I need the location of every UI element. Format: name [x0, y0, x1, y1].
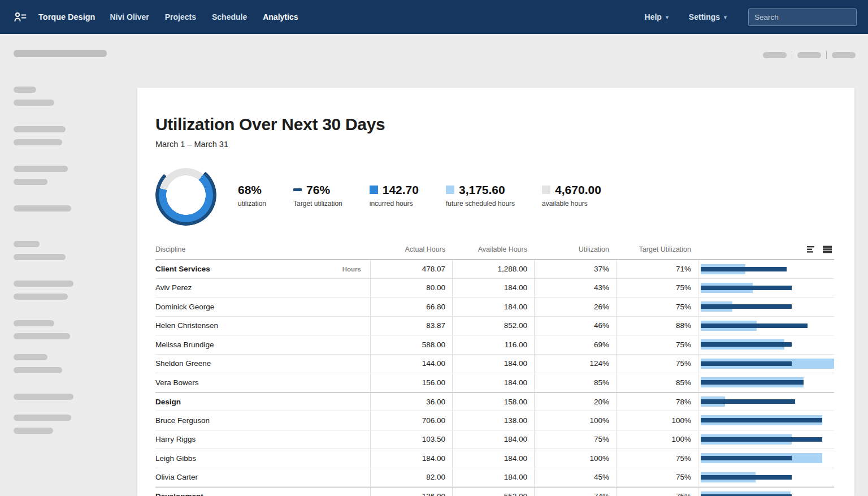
target-bar — [701, 380, 804, 385]
row-actual-hours: 103.50 — [370, 430, 452, 449]
row-name: Sheldon Greene — [155, 359, 211, 368]
table-row[interactable]: Leigh Gibbs 184.00 184.00 100% 75% — [155, 449, 834, 468]
list-view-icon[interactable] — [823, 245, 833, 253]
table-row[interactable]: Aviv Perez 80.00 184.00 43% 75% — [155, 279, 834, 298]
row-available-hours: 1,288.00 — [452, 260, 534, 278]
row-target-utilization: 75% — [616, 468, 698, 487]
bar-rows-view-icon[interactable] — [807, 245, 817, 253]
table-row[interactable]: Sheldon Greene 144.00 184.00 124% 75% — [155, 355, 834, 374]
nav-item-analytics[interactable]: Analytics — [255, 1, 306, 33]
col-target-utilization[interactable]: Target Utilization — [616, 245, 698, 253]
legend-label: Target utilization — [293, 200, 342, 208]
skeleton-bar — [14, 254, 66, 260]
target-bar — [701, 286, 792, 290]
row-name: Dominick George — [155, 303, 214, 311]
row-utilization: 20% — [534, 393, 616, 411]
row-utilization: 100% — [534, 411, 616, 430]
utilization-bar-track — [701, 282, 834, 294]
col-utilization[interactable]: Utilization — [534, 245, 616, 253]
row-target-utilization: 100% — [616, 411, 698, 430]
row-name: Development — [155, 492, 203, 496]
table-body: Client Services Hours 478.07 1,288.00 37… — [155, 260, 834, 496]
utilization-table: Discipline Actual Hours Available Hours … — [155, 239, 834, 496]
app-logo-icon[interactable] — [14, 10, 27, 24]
legend-item: 142.70 incurred hours — [370, 183, 419, 208]
target-bar — [701, 456, 792, 460]
legend-item: 4,670.00 available hours — [542, 183, 601, 208]
legend-item: 3,175.60 future scheduled hours — [446, 183, 515, 208]
row-utilization: 100% — [534, 449, 616, 468]
table-header: Discipline Actual Hours Available Hours … — [155, 239, 834, 260]
search-input[interactable] — [748, 8, 857, 26]
settings-menu[interactable]: Settings ▼ — [683, 8, 734, 26]
legend-value: 3,175.60 — [459, 183, 505, 197]
row-target-utilization: 75% — [616, 297, 698, 316]
utilization-bar-track — [701, 472, 834, 483]
skeleton-bar — [14, 87, 36, 93]
row-actual-hours: 156.00 — [370, 373, 452, 392]
summary-row: 68% utilization 76% Target utilization 1… — [155, 163, 834, 227]
legend-value: 4,670.00 — [555, 183, 601, 197]
skeleton-bar — [14, 50, 107, 57]
col-actual-hours[interactable]: Actual Hours — [370, 245, 452, 253]
row-name: Leigh Gibbs — [155, 454, 196, 463]
table-row[interactable]: Development 136.00 552.00 74% 75% — [155, 487, 834, 496]
row-available-hours: 184.00 — [452, 355, 534, 373]
row-name: Client Services — [155, 265, 210, 273]
utilization-bar-track — [701, 264, 834, 275]
row-target-utilization: 78% — [616, 393, 698, 411]
chevron-down-icon: ▼ — [723, 15, 728, 20]
skeleton-bar — [14, 394, 73, 400]
date-range: March 1 – March 31 — [155, 140, 834, 149]
table-row[interactable]: Dominick George 66.80 184.00 26% 75% — [155, 297, 834, 317]
row-utilization: 75% — [534, 430, 616, 449]
divider — [826, 51, 827, 59]
target-bar — [701, 475, 792, 480]
legend-value: 68% — [238, 183, 262, 197]
nav-item-schedule[interactable]: Schedule — [204, 1, 255, 33]
table-row[interactable]: Bruce Ferguson 706.00 138.00 100% 100% — [155, 411, 834, 430]
toolbar-placeholder — [763, 51, 856, 59]
row-available-hours: 138.00 — [452, 411, 534, 430]
utilization-bar-track — [701, 377, 834, 388]
col-discipline[interactable]: Discipline — [155, 245, 370, 253]
target-bar — [701, 437, 822, 442]
table-row[interactable]: Client Services Hours 478.07 1,288.00 37… — [155, 260, 834, 279]
table-row[interactable]: Design 36.00 158.00 20% 78% — [155, 393, 834, 412]
help-menu[interactable]: Help ▼ — [639, 8, 675, 26]
table-row[interactable]: Helen Christensen 83.87 852.00 46% 88% — [155, 317, 834, 336]
legend-label: available hours — [542, 200, 601, 208]
utilization-bar-track — [701, 415, 834, 426]
divider — [792, 51, 792, 59]
table-row[interactable]: Olivia Carter 82.00 184.00 45% 75% — [155, 468, 834, 488]
target-bar — [701, 324, 808, 328]
legend-swatch — [446, 186, 454, 194]
row-actual-hours: 80.00 — [370, 279, 452, 297]
table-row[interactable]: Harry Riggs 103.50 184.00 75% 100% — [155, 430, 834, 450]
nav-item-nivi-oliver[interactable]: Nivi Oliver — [102, 1, 157, 33]
legend-swatch — [542, 186, 550, 194]
skeleton-bar — [14, 428, 53, 434]
skeleton-bar — [14, 166, 68, 172]
row-utilization: 43% — [534, 279, 616, 297]
row-target-utilization: 75% — [616, 488, 698, 496]
skeleton-bar — [14, 333, 70, 339]
brand-name[interactable]: Torque Design — [38, 12, 102, 21]
summary-legend: 68% utilization 76% Target utilization 1… — [238, 183, 601, 208]
target-bar — [701, 418, 822, 422]
nav-item-projects[interactable]: Projects — [157, 1, 204, 33]
table-row[interactable]: Vera Bowers 156.00 184.00 85% 85% — [155, 373, 834, 393]
utilization-bar-track — [701, 491, 834, 496]
row-actual-hours: 136.00 — [370, 488, 452, 496]
help-label: Help — [645, 12, 662, 21]
table-row[interactable]: Melissa Brundige 588.00 116.00 69% 75% — [155, 335, 834, 355]
skeleton-bar — [14, 415, 71, 421]
row-available-hours: 552.00 — [452, 488, 534, 496]
col-available-hours[interactable]: Available Hours — [452, 245, 534, 253]
row-utilization: 26% — [534, 297, 616, 316]
row-available-hours: 158.00 — [452, 393, 534, 411]
legend-label: incurred hours — [370, 200, 419, 208]
row-actual-hours: 588.00 — [370, 335, 452, 354]
row-available-hours: 116.00 — [452, 335, 534, 354]
row-available-hours: 184.00 — [452, 430, 534, 449]
